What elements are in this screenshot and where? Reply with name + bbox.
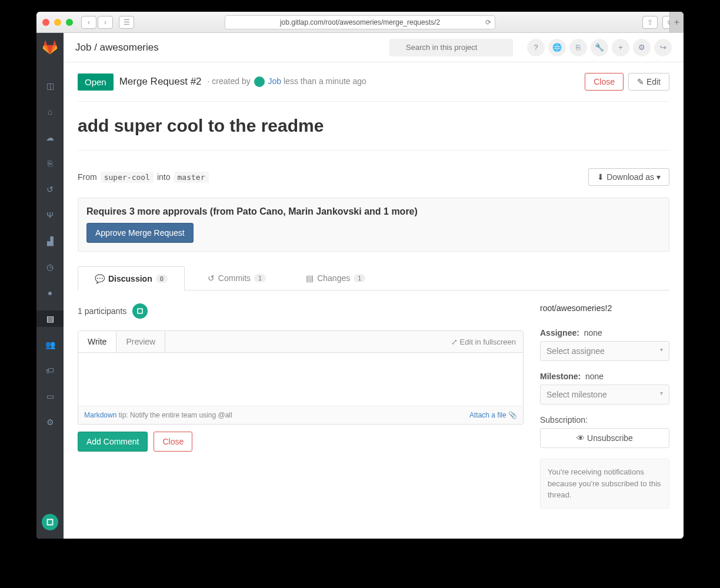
mr-reference: root/awesomeries!2 <box>540 303 669 313</box>
sidebar-branch-icon[interactable]: Ψ <box>36 207 64 223</box>
tab-write[interactable]: Write <box>78 331 116 352</box>
status-badge: Open <box>78 74 114 91</box>
logout-icon[interactable]: ↪ <box>654 39 672 56</box>
close-button[interactable]: Close <box>585 73 624 91</box>
app-sidebar: ◫ ⌂ ☁ ⎘ ↺ Ψ ▟ ◷ ● ▤ 👥 🏷 ▭ ⚙ <box>36 33 64 539</box>
approval-text: Requires 3 more approvals (from Pato Can… <box>86 206 661 217</box>
sidebar-alert-icon[interactable]: ● <box>36 285 64 301</box>
download-button[interactable]: ⬇ Download as ▾ <box>588 168 669 186</box>
fullscreen-label: Edit in fullscreen <box>460 338 516 346</box>
tab-commits[interactable]: ↺ Commits 1 <box>191 266 283 290</box>
comments-icon: 💬 <box>95 274 105 283</box>
milestone-label: Milestone: <box>540 372 581 381</box>
subscription-label: Subscription: <box>540 415 669 425</box>
globe-icon[interactable]: 🌐 <box>548 39 566 56</box>
sidebar-history-icon[interactable]: ↺ <box>36 181 64 198</box>
sidebar-clock-icon[interactable]: ◷ <box>36 259 64 275</box>
gear-icon[interactable]: ⚙ <box>633 39 651 56</box>
markdown-link[interactable]: Markdown <box>84 411 116 419</box>
tab-label: Discussion <box>108 274 152 283</box>
user-avatar[interactable] <box>42 514 58 530</box>
search-input[interactable] <box>389 39 513 56</box>
sidebar-collapse-icon[interactable]: ◫ <box>36 78 64 94</box>
markdown-tip: tip: Notify the entire team using @all <box>116 411 232 419</box>
comment-editor: Write Preview ⤢ Edit in fullscreen Markd… <box>78 330 524 425</box>
traffic-close[interactable] <box>42 19 49 26</box>
sidebar-graph-icon[interactable]: ▟ <box>36 233 64 249</box>
browser-window: ‹ › ☰ job.gitlap.com/root/awesomeries/me… <box>36 12 684 539</box>
titlebar: ‹ › ☰ job.gitlap.com/root/awesomeries/me… <box>36 12 684 33</box>
approval-box: Requires 3 more approvals (from Pato Can… <box>78 198 669 252</box>
created-time: less than a minute ago <box>284 76 366 86</box>
diff-icon: ▤ <box>306 273 314 283</box>
assignee-label: Assignee: <box>540 328 579 338</box>
close-mr-button[interactable]: Close <box>154 432 192 452</box>
mr-title: add super cool to the readme <box>78 116 669 151</box>
sidebar-files-icon[interactable]: ⎘ <box>36 155 64 172</box>
tab-count: 1 <box>254 274 266 282</box>
tab-count: 0 <box>156 275 168 283</box>
breadcrumb[interactable]: Job / awesomeries <box>75 42 159 54</box>
edit-button[interactable]: ✎ Edit <box>628 73 669 91</box>
into-label: into <box>157 172 171 182</box>
participants-label: 1 participants <box>78 306 126 316</box>
new-tab-button[interactable]: + <box>669 12 684 33</box>
nav-tabs-icon[interactable]: ☰ <box>119 16 134 29</box>
sidebar-mr-icon[interactable]: ▤ <box>36 310 64 327</box>
sidebar-settings-icon[interactable]: ⚙ <box>36 414 64 430</box>
tab-discussion[interactable]: 💬 Discussion 0 <box>78 266 185 290</box>
milestone-value: none <box>585 372 604 381</box>
tabs: 💬 Discussion 0 ↺ Commits 1 ▤ Changes 1 <box>78 266 669 290</box>
nav-back[interactable]: ‹ <box>81 16 96 29</box>
edit-label: Edit <box>646 77 661 86</box>
attach-link[interactable]: Attach a file <box>469 411 506 419</box>
tab-preview[interactable]: Preview <box>116 331 165 352</box>
traffic-min[interactable] <box>54 19 61 26</box>
plus-icon[interactable]: + <box>612 39 629 56</box>
history-icon: ↺ <box>208 273 215 283</box>
unsubscribe-button[interactable]: 👁 Unsubscribe <box>540 428 669 448</box>
approve-button[interactable]: Approve Merge Request <box>86 223 194 243</box>
tab-label: Commits <box>218 273 251 283</box>
mr-number: Merge Request #2 <box>119 76 202 88</box>
sidebar-home-icon[interactable]: ⌂ <box>36 103 64 120</box>
copy-icon[interactable]: ⎘ <box>569 39 587 56</box>
fullscreen-link[interactable]: ⤢ Edit in fullscreen <box>444 338 523 346</box>
sidebar-wiki-icon[interactable]: ▭ <box>36 388 64 405</box>
add-comment-button[interactable]: Add Comment <box>78 432 148 452</box>
traffic-max[interactable] <box>66 19 73 26</box>
tab-count: 1 <box>354 274 365 282</box>
created-by-prefix: · created by <box>208 76 251 86</box>
source-branch: super-cool <box>101 172 154 183</box>
participants: 1 participants <box>78 303 524 319</box>
gitlab-logo[interactable] <box>42 40 58 55</box>
mr-header: Open Merge Request #2 · created by Job l… <box>78 73 669 102</box>
svg-rect-1 <box>48 520 52 524</box>
help-icon[interactable]: ? <box>527 39 545 56</box>
wrench-icon[interactable]: 🔧 <box>591 39 608 56</box>
author-avatar <box>254 76 265 87</box>
reload-icon[interactable]: ⟳ <box>485 18 491 26</box>
sidebar-dashboard-icon[interactable]: ☁ <box>36 129 64 146</box>
sidebar-members-icon[interactable]: 👥 <box>36 336 64 353</box>
comment-textarea[interactable] <box>78 353 523 406</box>
share-icon[interactable]: ⇪ <box>642 16 658 29</box>
branch-row: From super-cool into master ⬇ Download a… <box>78 168 669 186</box>
target-branch: master <box>174 172 209 183</box>
url: job.gitlap.com/root/awesomeries/merge_re… <box>280 18 440 26</box>
from-label: From <box>78 172 97 182</box>
milestone-select[interactable]: Select milestone <box>540 385 669 405</box>
assignee-select[interactable]: Select assignee <box>540 341 669 361</box>
participant-avatar[interactable] <box>132 303 148 319</box>
download-label: Download as <box>606 172 654 182</box>
sidebar-labels-icon[interactable]: 🏷 <box>36 362 64 379</box>
tab-label: Changes <box>317 273 350 283</box>
assignee-value: none <box>584 328 602 338</box>
author-link[interactable]: Job <box>268 76 282 86</box>
topbar: Job / awesomeries 🔍 ? 🌐 ⎘ 🔧 + ⚙ ↪ <box>64 33 684 62</box>
mr-meta: · created by Job less than a minute ago <box>208 76 366 87</box>
nav-fwd[interactable]: › <box>98 16 113 29</box>
tab-changes[interactable]: ▤ Changes 1 <box>289 266 382 290</box>
subscription-notice: You're receiving notifications because y… <box>540 459 669 509</box>
address-bar[interactable]: job.gitlap.com/root/awesomeries/merge_re… <box>225 15 495 29</box>
